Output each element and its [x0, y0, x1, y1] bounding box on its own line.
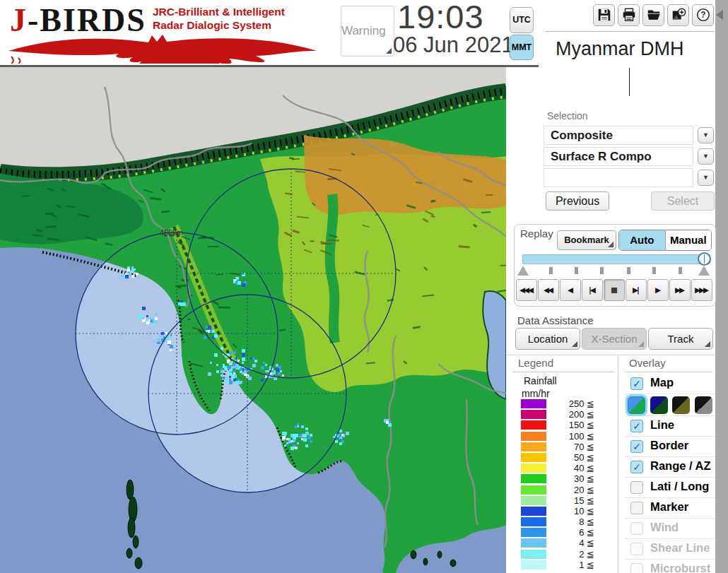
legend-underline [512, 372, 614, 372]
legend-row-label: 30 ≦ [548, 473, 594, 484]
legend-row-label: 4 ≦ [548, 538, 594, 548]
checkbox-line[interactable]: ✓ [630, 420, 643, 432]
panel-vsep [618, 355, 618, 573]
app-subtitle-line2: Radar Dialogic System [153, 19, 271, 32]
replay-slider-track[interactable] [522, 254, 710, 264]
checkbox-microburst: ✓ [630, 563, 643, 573]
legend-row: 1 ≦ [518, 560, 597, 570]
checkbox-range-az[interactable]: ✓ [630, 461, 643, 473]
radar-map[interactable]: 450km [0, 67, 506, 573]
legend-row-label: 100 ≦ [548, 431, 594, 442]
legend-quantity: Rainfall [524, 375, 557, 386]
dropdown-composite-arrow[interactable]: ▼ [698, 127, 714, 143]
previous-button[interactable]: Previous [546, 191, 609, 211]
dropdown-extra-arrow[interactable]: ▼ [698, 170, 714, 186]
overlay-item-wind: ✓Wind [625, 519, 715, 539]
dropdown-product-arrow[interactable]: ▼ [698, 148, 714, 165]
overlay-item-lati-long: ✓Lati / Long [625, 478, 715, 498]
checkbox-lati-long[interactable]: ✓ [630, 481, 643, 494]
dropdown-composite[interactable]: Composite [544, 126, 693, 145]
legend-row: 250 ≦ [518, 398, 597, 409]
overlay-item-label: Range / AZ [650, 459, 711, 473]
svg-text:?: ? [700, 10, 705, 20]
playback-button-4[interactable]: ■ [604, 279, 625, 301]
x-section-button[interactable]: X-Section [582, 328, 647, 350]
map-style-swatch-3[interactable] [672, 396, 690, 414]
replay-slider-handle[interactable] [698, 252, 711, 266]
legend-color-swatch [521, 496, 546, 505]
save-button[interactable] [593, 4, 615, 26]
select-button[interactable]: Select [651, 191, 715, 211]
status-box [541, 65, 715, 99]
legend-color-swatch [521, 463, 546, 473]
side-strip [715, 0, 728, 573]
dropdown-product[interactable]: Surface R Compo [544, 147, 693, 166]
checkbox-shear-line: ✓ [630, 543, 643, 555]
panel-collapse-arrow-icon[interactable] [716, 10, 723, 20]
slider-start-marker[interactable] [517, 266, 529, 276]
print-button[interactable] [618, 4, 640, 26]
legend-row-label: 70 ≦ [548, 442, 594, 452]
auto-mode-button[interactable]: Auto [619, 230, 665, 250]
slider-tick [549, 267, 553, 274]
playback-button-7[interactable]: ▶▶ [669, 279, 691, 301]
legend-unit: mm/hr [522, 388, 550, 399]
capture-add-icon [671, 7, 686, 23]
legend-row: 6 ≦ [518, 527, 597, 538]
legend-row: 8 ≦ [518, 516, 597, 527]
status-box-divider [629, 68, 630, 96]
playback-button-1[interactable]: ◀◀ [538, 279, 559, 301]
playback-button-2[interactable]: ◀ [560, 279, 581, 301]
legend-color-swatch [521, 474, 546, 483]
map-top-border [0, 65, 539, 67]
open-folder-button[interactable] [642, 4, 664, 26]
dropdown-extra[interactable] [544, 168, 693, 187]
legend-row: 200 ≦ [518, 409, 597, 420]
legend-row: 70 ≦ [518, 442, 597, 452]
range-label: 450km [160, 228, 183, 237]
app-subtitle-line1: JRC-Brilliant & Intelligent [153, 6, 285, 18]
legend-color-swatch [521, 560, 546, 569]
playback-button-0[interactable]: ◀◀◀ [516, 279, 537, 301]
utc-timezone-button[interactable]: UTC [510, 7, 534, 33]
eagle-logo-icon [7, 33, 322, 64]
manual-mode-button[interactable]: Manual [665, 230, 712, 250]
station-title: Myanmar DMH [556, 38, 684, 60]
capture-add-button[interactable] [667, 4, 689, 26]
overlay-title: Overlay [629, 357, 666, 369]
data-assistance-label: Data Assistance [517, 314, 594, 326]
help-button[interactable]: ? [692, 4, 714, 26]
overlay-item-border: ✓Border [625, 437, 715, 457]
map-style-swatch-1[interactable] [628, 396, 645, 414]
mmt-timezone-button[interactable]: MMT [510, 35, 534, 60]
legend-color-swatch [521, 410, 546, 419]
checkbox-marker[interactable]: ✓ [630, 502, 643, 514]
track-button[interactable]: Track [648, 328, 713, 350]
map-style-swatch-2[interactable] [650, 396, 668, 414]
legend-row-label: 15 ≦ [548, 495, 594, 506]
bookmark-button[interactable]: Bookmark [557, 230, 616, 250]
legend-row: 50 ≦ [518, 452, 597, 463]
overlay-item-map: ✓Map [625, 374, 715, 394]
panel-separator [546, 31, 714, 32]
map-style-swatch-4[interactable] [695, 396, 712, 414]
selection-label: Selection [547, 110, 588, 122]
overlay-underline [625, 372, 712, 372]
slider-end-marker[interactable] [698, 266, 710, 276]
overlay-item-label: Line [650, 418, 674, 432]
playback-button-6[interactable]: ▶ [647, 279, 669, 301]
playback-button-5[interactable]: ▶| [626, 279, 647, 301]
legend-color-swatch [521, 420, 546, 430]
checkbox-border[interactable]: ✓ [630, 440, 643, 453]
legend-row-label: 250 ≦ [548, 398, 594, 409]
playback-button-3[interactable]: |◀ [582, 279, 603, 301]
playback-button-8[interactable]: ▶▶▶ [691, 279, 712, 301]
map-valley [330, 194, 335, 343]
checkbox-map[interactable]: ✓ [630, 377, 643, 390]
legend-color-swatch [521, 453, 546, 462]
overlay-item-marker: ✓Marker [625, 498, 715, 519]
overlay-item-line: ✓Line [625, 416, 715, 437]
location-button[interactable]: Location [515, 328, 580, 350]
legend-color-swatch [521, 432, 546, 441]
warning-button[interactable]: Warning [341, 6, 394, 57]
